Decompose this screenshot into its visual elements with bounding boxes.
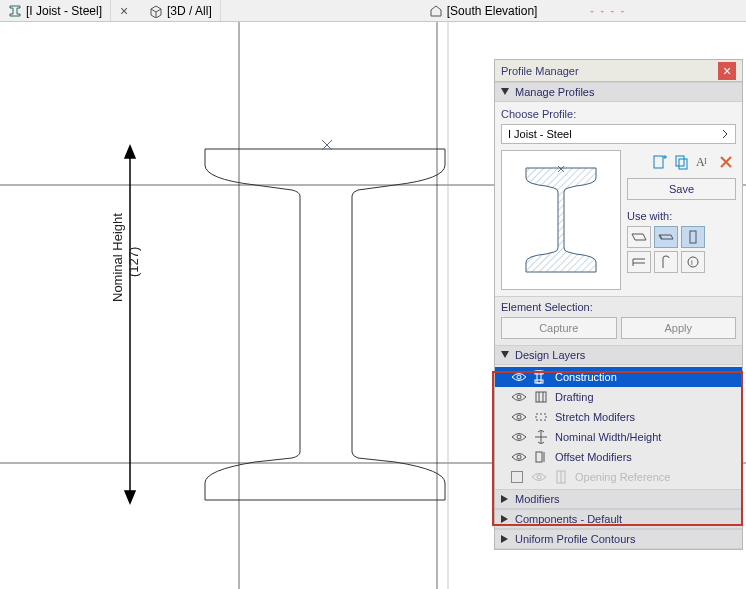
tab-close-button[interactable]: × xyxy=(117,4,131,18)
section-label: Design Layers xyxy=(515,349,585,361)
svg-rect-13 xyxy=(679,159,687,169)
layer-name: Stretch Modifers xyxy=(555,411,635,423)
profile-preview xyxy=(501,150,621,290)
svg-point-17 xyxy=(688,257,698,267)
eye-icon[interactable] xyxy=(511,369,527,385)
panel-titlebar: Profile Manager × xyxy=(495,60,742,82)
chevron-right-icon xyxy=(721,130,729,138)
tab-ijoist-steel[interactable]: [I Joist - Steel] xyxy=(0,0,111,21)
element-selection-label: Element Selection: xyxy=(495,296,742,317)
nominal-layer-icon xyxy=(533,429,549,445)
usewith-beam[interactable] xyxy=(654,226,678,248)
use-with-tool-grid: i xyxy=(627,226,736,273)
usewith-railing[interactable] xyxy=(627,251,651,273)
svg-point-23 xyxy=(517,395,521,399)
section-manage-profiles[interactable]: Manage Profiles xyxy=(495,82,742,102)
capture-button[interactable]: Capture xyxy=(501,317,617,339)
svg-rect-22 xyxy=(535,380,543,383)
tab-label: [I Joist - Steel] xyxy=(26,4,102,18)
capture-label: Capture xyxy=(539,322,578,334)
eye-icon[interactable] xyxy=(511,409,527,425)
cube-icon xyxy=(149,4,163,18)
layer-row-offset[interactable]: Offset Modifiers xyxy=(495,447,742,467)
svg-rect-28 xyxy=(536,414,546,420)
section-label: Components - Default xyxy=(515,513,622,525)
svg-rect-12 xyxy=(676,156,684,166)
section-label: Manage Profiles xyxy=(515,86,595,98)
section-modifiers[interactable]: Modifiers xyxy=(495,489,742,509)
tab-3d-all[interactable]: [3D / All] xyxy=(141,0,221,21)
section-contours[interactable]: Uniform Profile Contours xyxy=(495,529,742,549)
svg-text:i: i xyxy=(691,258,693,267)
manage-profiles-body: Choose Profile: I Joist - Steel xyxy=(495,102,742,296)
layer-row-opening-ref[interactable]: Opening Reference xyxy=(495,467,742,487)
elevation-icon xyxy=(429,4,443,18)
section-components[interactable]: Components - Default xyxy=(495,509,742,529)
eye-icon[interactable] xyxy=(511,389,527,405)
layer-row-nominal[interactable]: Nominal Width/Height xyxy=(495,427,742,447)
tab-label: [South Elevation] xyxy=(447,4,538,18)
apply-label: Apply xyxy=(664,322,692,334)
layer-row-stretch[interactable]: Stretch Modifers xyxy=(495,407,742,427)
section-design-layers[interactable]: Design Layers xyxy=(495,345,742,365)
construction-layer-icon xyxy=(533,369,549,385)
apply-button[interactable]: Apply xyxy=(621,317,737,339)
layer-row-construction[interactable]: Construction xyxy=(495,367,742,387)
profile-icon xyxy=(8,4,22,18)
new-profile-button[interactable] xyxy=(650,152,670,172)
layer-name: Offset Modifiers xyxy=(555,451,632,463)
layer-name: Nominal Width/Height xyxy=(555,431,661,443)
panel-title: Profile Manager xyxy=(501,65,579,77)
svg-rect-21 xyxy=(535,371,543,374)
usewith-wall[interactable] xyxy=(627,226,651,248)
save-label: Save xyxy=(669,183,694,195)
eye-icon[interactable] xyxy=(531,469,547,485)
svg-rect-11 xyxy=(654,156,663,168)
svg-point-29 xyxy=(517,435,521,439)
rename-profile-button[interactable]: AI xyxy=(694,152,714,172)
section-label: Modifiers xyxy=(515,493,560,505)
svg-rect-33 xyxy=(536,452,542,462)
layer-row-drafting[interactable]: Drafting xyxy=(495,387,742,407)
layer-name: Construction xyxy=(555,371,617,383)
svg-point-27 xyxy=(517,415,521,419)
offset-layer-icon xyxy=(533,449,549,465)
profile-dropdown[interactable]: I Joist - Steel xyxy=(501,124,736,144)
svg-point-35 xyxy=(537,475,541,479)
duplicate-profile-button[interactable] xyxy=(672,152,692,172)
eye-icon[interactable] xyxy=(511,429,527,445)
usewith-column[interactable] xyxy=(681,226,705,248)
profile-name: I Joist - Steel xyxy=(508,128,572,140)
profile-manager-panel: Profile Manager × Manage Profiles Choose… xyxy=(494,59,743,550)
usewith-handrail[interactable] xyxy=(654,251,678,273)
opening-anchor-checkbox[interactable] xyxy=(511,471,523,483)
tab-south-elevation[interactable]: [South Elevation] xyxy=(421,0,546,21)
svg-point-19 xyxy=(517,375,521,379)
tab-bar: [I Joist - Steel] × [3D / All] [South El… xyxy=(0,0,746,22)
choose-profile-label: Choose Profile: xyxy=(501,108,736,120)
save-button[interactable]: Save xyxy=(627,178,736,200)
panel-close-button[interactable]: × xyxy=(718,62,736,80)
delete-profile-button[interactable] xyxy=(716,152,736,172)
svg-point-32 xyxy=(517,455,521,459)
section-label: Uniform Profile Contours xyxy=(515,533,635,545)
svg-text:I: I xyxy=(704,157,707,166)
usewith-object[interactable]: i xyxy=(681,251,705,273)
opening-ref-layer-icon xyxy=(553,469,569,485)
svg-rect-20 xyxy=(537,371,541,383)
use-with-label: Use with: xyxy=(627,210,736,222)
tab-label: [3D / All] xyxy=(167,4,212,18)
drafting-layer-icon xyxy=(533,389,549,405)
svg-rect-24 xyxy=(536,392,546,402)
dimension-label: Nominal Height xyxy=(110,213,125,302)
orange-dashes-icon: - - - - xyxy=(590,5,626,16)
dimension-value: (127) xyxy=(126,247,141,277)
svg-rect-16 xyxy=(690,231,696,243)
layer-name: Drafting xyxy=(555,391,594,403)
design-layers-list: Construction Drafting Stretch Modifers N… xyxy=(495,365,742,489)
stretch-layer-icon xyxy=(533,409,549,425)
eye-icon[interactable] xyxy=(511,449,527,465)
layer-name: Opening Reference xyxy=(575,471,670,483)
